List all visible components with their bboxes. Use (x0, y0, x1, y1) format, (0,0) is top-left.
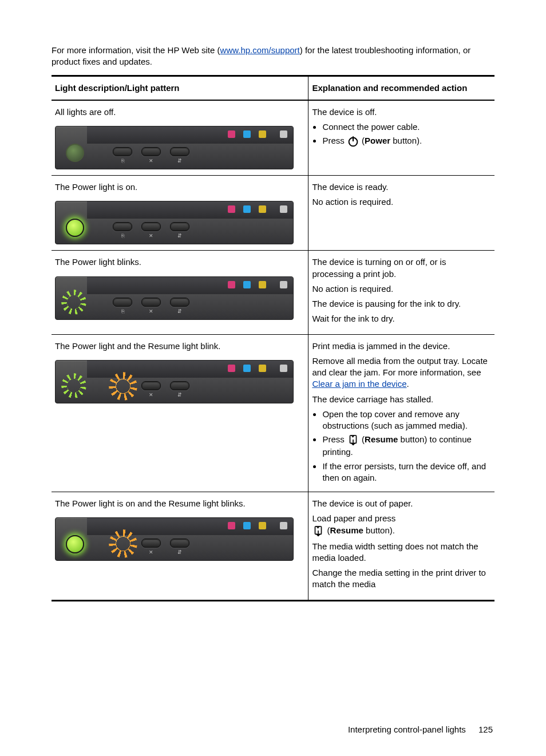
row1-li1: Connect the power cable. (322, 121, 490, 133)
intro-paragraph: For more information, visit the HP Web s… (52, 45, 494, 68)
row3-p4: Wait for the ink to dry. (312, 313, 490, 324)
row1-p1: The device is off. (312, 106, 490, 118)
row4-actions: Open the top cover and remove any obstru… (322, 409, 490, 484)
row4-li2: Press (Resume button) to continue printi… (322, 434, 490, 458)
row2-p1: The device is ready. (312, 181, 490, 193)
row1-left-text: All lights are off. (55, 106, 303, 118)
row5-p3: The media width setting does not match t… (312, 541, 490, 564)
row4-p2: Remove all media from the output tray. L… (312, 355, 490, 390)
panel-power-on-icon: ⎘✕⇵ (55, 201, 294, 244)
table-row: The Power light is on. ⎘✕⇵ The device is… (52, 176, 494, 251)
row4-p3: The device carriage has stalled. (312, 394, 490, 405)
row3-p2: No action is required. (312, 283, 490, 295)
row2-left-text: The Power light is on. (55, 181, 303, 193)
row5-left-text: The Power light is on and the Resume lig… (55, 498, 303, 509)
row3-left-text: The Power light blinks. (55, 256, 303, 268)
resume-icon (347, 434, 359, 446)
row3-p3: The device is pausing for the ink to dry… (312, 298, 490, 310)
resume-icon (312, 525, 325, 537)
intro-prefix: For more information, visit the HP Web s… (52, 45, 220, 55)
row5-p2: Load paper and press (Resume button). (312, 513, 490, 537)
row4-left-text: The Power light and the Resume light bli… (55, 341, 303, 352)
row4-li1: Open the top cover and remove any obstru… (322, 409, 490, 432)
row4-li3: If the error persists, turn the device o… (322, 461, 490, 484)
row2-p2: No action is required. (312, 196, 490, 208)
row5-p1: The device is out of paper. (312, 498, 490, 509)
clear-jam-link[interactable]: Clear a jam in the device (312, 379, 406, 389)
th-right: Explanation and recommended action (308, 76, 494, 100)
power-icon (347, 135, 359, 148)
panel-power-resume-blink-icon: ✕⇵ (55, 360, 294, 403)
row5-p4: Change the media setting in the print dr… (312, 567, 490, 591)
row1-li2: Press (Power button). (322, 135, 490, 148)
hp-support-link[interactable]: www.hp.com/support (220, 45, 300, 55)
row1-actions: Connect the power cable. Press (Power bu… (322, 121, 490, 148)
lights-table: Light description/Light pattern Explanat… (52, 75, 494, 601)
table-row: The Power light and the Resume light bli… (52, 334, 494, 492)
table-row: The Power light is on and the Resume lig… (52, 492, 494, 601)
th-left: Light description/Light pattern (52, 76, 308, 100)
row3-p1: The device is turning on or off, or is p… (312, 256, 490, 280)
panel-power-on-resume-blink-icon: ✕⇵ (55, 517, 294, 561)
panel-power-blink-icon: ⎘✕⇵ (55, 276, 294, 320)
panel-all-off-icon: ⎘✕⇵ (55, 126, 294, 169)
table-row: All lights are off. ⎘✕⇵ The device is of… (52, 100, 494, 176)
row4-p1: Print media is jammed in the device. (312, 341, 490, 352)
table-row: The Power light blinks. ⎘✕⇵ The device i… (52, 251, 494, 334)
